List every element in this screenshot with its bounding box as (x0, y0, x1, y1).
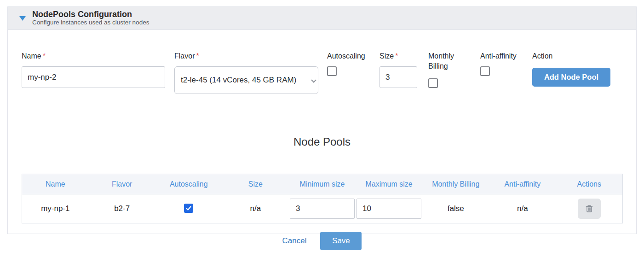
cell-flavor: b2-7 (89, 194, 155, 223)
table-row: my-np-1 b2-7 n/a false n/a (22, 194, 623, 223)
required-asterisk: * (196, 52, 199, 60)
action-field-group: Action Add Node Pool (532, 51, 610, 87)
trash-icon (585, 204, 594, 213)
column-header-size: Size (222, 174, 289, 194)
column-header-flavor: Flavor (89, 174, 155, 194)
cancel-button[interactable]: Cancel (282, 236, 307, 246)
cell-name: my-np-1 (22, 194, 89, 223)
name-input[interactable] (22, 66, 165, 88)
autoscaling-label: Autoscaling (327, 51, 367, 61)
row-autoscaling-checkbox[interactable] (184, 204, 193, 213)
autoscaling-checkbox[interactable] (327, 66, 337, 76)
cell-size: n/a (222, 194, 289, 223)
anti-affinity-label: Anti-affinity (480, 51, 521, 61)
panel-title: NodePools Configuration (32, 10, 149, 19)
new-nodepool-form: Name* Flavor* t2-le-45 (14 vCores, 45 GB… (8, 51, 636, 120)
required-asterisk: * (395, 52, 398, 60)
action-label: Action (532, 51, 610, 61)
cell-monthly-billing: false (422, 194, 489, 223)
collapse-caret-icon[interactable] (19, 16, 26, 21)
name-label: Name* (22, 51, 165, 61)
panel-header: NodePools Configuration Configure instan… (8, 7, 636, 30)
monthly-billing-checkbox[interactable] (428, 78, 438, 88)
column-header-minimum-size: Minimum size (289, 174, 356, 194)
size-field-group: Size* (380, 51, 417, 88)
save-button[interactable]: Save (320, 232, 362, 250)
flavor-label: Flavor* (174, 51, 318, 61)
column-header-anti-affinity: Anti-affinity (489, 174, 556, 194)
nodepools-panel: NodePools Configuration Configure instan… (7, 6, 637, 234)
add-node-pool-button[interactable]: Add Node Pool (532, 68, 610, 87)
column-header-autoscaling: Autoscaling (155, 174, 222, 194)
footer-actions: Cancel Save (0, 232, 644, 250)
column-header-maximum-size: Maximum size (356, 174, 422, 194)
panel-subtitle: Configure instances used as cluster node… (32, 19, 149, 26)
node-pools-table: Name Flavor Autoscaling Size Minimum siz… (22, 174, 623, 223)
anti-affinity-checkbox[interactable] (480, 66, 490, 76)
minimum-size-input[interactable] (290, 199, 355, 219)
monthly-billing-label: Monthly Billing (428, 51, 465, 71)
column-header-name: Name (22, 174, 89, 194)
name-field-group: Name* (22, 51, 165, 88)
node-pools-section-title: Node Pools (8, 135, 636, 149)
delete-node-pool-button[interactable] (578, 199, 601, 219)
flavor-field-group: Flavor* t2-le-45 (14 vCores, 45 GB RAM) (174, 51, 318, 94)
cell-anti-affinity: n/a (489, 194, 556, 223)
column-header-actions: Actions (556, 174, 622, 194)
size-input[interactable] (380, 66, 417, 88)
table-header-row: Name Flavor Autoscaling Size Minimum siz… (22, 174, 623, 194)
cell-actions (556, 194, 622, 223)
cell-minimum-size (289, 194, 356, 223)
column-header-monthly-billing: Monthly Billing (422, 174, 489, 194)
maximum-size-input[interactable] (356, 199, 421, 219)
chevron-down-icon (311, 77, 316, 82)
cell-autoscaling (155, 194, 222, 223)
anti-affinity-field-group: Anti-affinity (480, 51, 521, 76)
panel-header-text: NodePools Configuration Configure instan… (32, 10, 149, 27)
autoscaling-field-group: Autoscaling (327, 51, 367, 76)
required-asterisk: * (43, 52, 46, 60)
panel-body: Name* Flavor* t2-le-45 (14 vCores, 45 GB… (8, 30, 636, 234)
flavor-select[interactable]: t2-le-45 (14 vCores, 45 GB RAM) (174, 66, 318, 94)
cell-maximum-size (356, 194, 422, 223)
size-label: Size* (380, 51, 417, 61)
monthly-billing-field-group: Monthly Billing (428, 51, 465, 88)
flavor-selected-value: t2-le-45 (14 vCores, 45 GB RAM) (181, 76, 296, 85)
